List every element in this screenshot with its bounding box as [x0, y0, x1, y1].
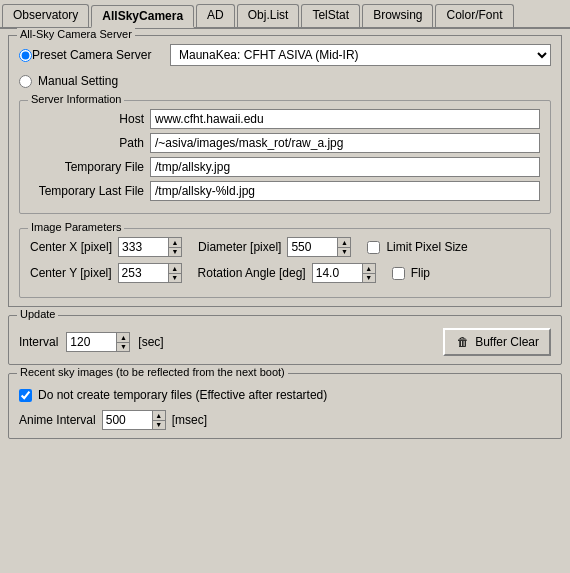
recent-group: Recent sky images (to be reflected from …	[8, 373, 562, 439]
center-x-spin-buttons: ▲ ▼	[168, 237, 182, 257]
allsky-server-title: All-Sky Camera Server	[17, 28, 135, 40]
temp-last-row: Temporary Last File	[30, 181, 540, 201]
preset-radio[interactable]	[19, 49, 32, 62]
anime-label: Anime Interval	[19, 413, 96, 427]
interval-spin-buttons: ▲ ▼	[116, 332, 130, 352]
host-label: Host	[30, 112, 150, 126]
tab-colorfont[interactable]: Color/Font	[435, 4, 513, 27]
center-x-down[interactable]: ▼	[169, 248, 181, 257]
server-info-title: Server Information	[28, 93, 124, 105]
interval-down[interactable]: ▼	[117, 343, 129, 352]
temp-label: Temporary File	[30, 160, 150, 174]
diameter-spinner[interactable]: ▲ ▼	[287, 237, 351, 257]
rotation-down[interactable]: ▼	[363, 274, 375, 283]
diameter-down[interactable]: ▼	[338, 248, 350, 257]
rotation-up[interactable]: ▲	[363, 264, 375, 274]
flip-label: Flip	[411, 266, 430, 280]
center-x-input[interactable]	[118, 237, 168, 257]
temp-row: Temporary File	[30, 157, 540, 177]
preset-dropdown[interactable]: MaunaKea: CFHT ASIVA (Mid-IR)	[170, 44, 551, 66]
path-label: Path	[30, 136, 150, 150]
tab-ad[interactable]: AD	[196, 4, 235, 27]
interval-label: Interval	[19, 335, 58, 349]
anime-spin-buttons: ▲ ▼	[152, 410, 166, 430]
interval-spinner[interactable]: ▲ ▼	[66, 332, 130, 352]
no-temp-checkbox[interactable]	[19, 389, 32, 402]
rotation-spinner[interactable]: ▲ ▼	[312, 263, 376, 283]
sec-label: [sec]	[138, 335, 163, 349]
rotation-label: Rotation Angle [deg]	[198, 266, 306, 280]
manual-radio[interactable]	[19, 75, 32, 88]
anime-down[interactable]: ▼	[153, 421, 165, 430]
center-y-spin-buttons: ▲ ▼	[168, 263, 182, 283]
tab-objlist[interactable]: Obj.List	[237, 4, 300, 27]
flip-row: Flip	[392, 266, 430, 280]
tab-bar: Observatory AllSkyCamera AD Obj.List Tel…	[0, 0, 570, 29]
center-y-spinner[interactable]: ▲ ▼	[118, 263, 182, 283]
buffer-clear-icon: 🗑	[455, 334, 471, 350]
server-info-group: Server Information Host Path Temporary F…	[19, 100, 551, 214]
manual-radio-label: Manual Setting	[38, 74, 118, 88]
allsky-server-group: All-Sky Camera Server Preset Camera Serv…	[8, 35, 562, 307]
params-row-2: Center Y [pixel] ▲ ▼ Rotation Angle [deg…	[30, 263, 540, 283]
path-input[interactable]	[150, 133, 540, 153]
rotation-input[interactable]	[312, 263, 362, 283]
diameter-input[interactable]	[287, 237, 337, 257]
center-x-up[interactable]: ▲	[169, 238, 181, 248]
main-content: All-Sky Camera Server Preset Camera Serv…	[0, 29, 570, 445]
center-y-up[interactable]: ▲	[169, 264, 181, 274]
interval-up[interactable]: ▲	[117, 333, 129, 343]
center-y-down[interactable]: ▼	[169, 274, 181, 283]
tab-allskycamera[interactable]: AllSkyCamera	[91, 5, 194, 28]
buffer-clear-button[interactable]: 🗑 Buffer Clear	[443, 328, 551, 356]
update-group: Update Interval ▲ ▼ [sec] 🗑 Buffer Clear	[8, 315, 562, 365]
anime-spinner[interactable]: ▲ ▼	[102, 410, 166, 430]
rotation-spin-buttons: ▲ ▼	[362, 263, 376, 283]
update-row: Interval ▲ ▼ [sec] 🗑 Buffer Clear	[19, 328, 551, 356]
diameter-label: Diameter [pixel]	[198, 240, 281, 254]
limit-pixel-checkbox[interactable]	[367, 241, 380, 254]
buffer-clear-label: Buffer Clear	[475, 335, 539, 349]
diameter-spin-buttons: ▲ ▼	[337, 237, 351, 257]
no-temp-row: Do not create temporary files (Effective…	[19, 388, 551, 402]
center-x-spinner[interactable]: ▲ ▼	[118, 237, 182, 257]
image-params-title: Image Parameters	[28, 221, 124, 233]
host-row: Host	[30, 109, 540, 129]
no-temp-label: Do not create temporary files (Effective…	[38, 388, 327, 402]
params-row-1: Center X [pixel] ▲ ▼ Diameter [pixel] ▲ …	[30, 237, 540, 257]
tab-browsing[interactable]: Browsing	[362, 4, 433, 27]
recent-title: Recent sky images (to be reflected from …	[17, 366, 288, 378]
center-y-label: Center Y [pixel]	[30, 266, 112, 280]
limit-pixel-label: Limit Pixel Size	[386, 240, 467, 254]
anime-input[interactable]	[102, 410, 152, 430]
interval-input[interactable]	[66, 332, 116, 352]
flip-checkbox[interactable]	[392, 267, 405, 280]
tab-telstat[interactable]: TelStat	[301, 4, 360, 27]
anime-row: Anime Interval ▲ ▼ [msec]	[19, 410, 551, 430]
host-input[interactable]	[150, 109, 540, 129]
manual-row: Manual Setting	[19, 74, 551, 88]
center-x-label: Center X [pixel]	[30, 240, 112, 254]
center-y-input[interactable]	[118, 263, 168, 283]
path-row: Path	[30, 133, 540, 153]
anime-up[interactable]: ▲	[153, 411, 165, 421]
limit-pixel-row: Limit Pixel Size	[367, 240, 467, 254]
msec-label: [msec]	[172, 413, 207, 427]
preset-radio-label: Preset Camera Server	[32, 48, 162, 62]
temp-last-input[interactable]	[150, 181, 540, 201]
preset-row: Preset Camera Server MaunaKea: CFHT ASIV…	[19, 44, 551, 66]
temp-input[interactable]	[150, 157, 540, 177]
image-params-group: Image Parameters Center X [pixel] ▲ ▼ Di…	[19, 228, 551, 298]
update-title: Update	[17, 308, 58, 320]
diameter-up[interactable]: ▲	[338, 238, 350, 248]
tab-observatory[interactable]: Observatory	[2, 4, 89, 27]
temp-last-label: Temporary Last File	[30, 184, 150, 198]
